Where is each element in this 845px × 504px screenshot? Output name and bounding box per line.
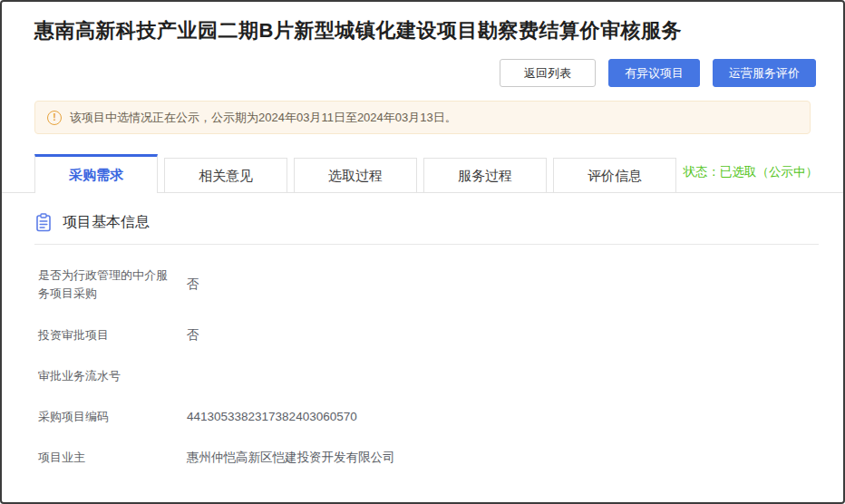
- field-row-procurement-project-code: 采购项目编码 4413053382317382403060570: [38, 408, 811, 426]
- clipboard-icon: [34, 213, 53, 232]
- service-evaluation-button[interactable]: 运营服务评价: [713, 59, 816, 87]
- project-detail-page: 惠南高新科技产业园二期B片新型城镇化建设项目勘察费结算价审核服务 返回列表 有异…: [0, 0, 845, 504]
- section-divider: [34, 244, 819, 245]
- field-value: 4413053382317382403060570: [187, 410, 357, 423]
- back-to-list-button[interactable]: 返回列表: [500, 59, 596, 87]
- field-label: 采购项目编码: [38, 408, 172, 426]
- tab-procurement-demand[interactable]: 采购需求: [34, 154, 158, 193]
- detail-tabs: 采购需求 相关意见 选取过程 服务过程 评价信息 状态：已选取（公示中）: [2, 154, 843, 193]
- project-status-badge: 状态：已选取（公示中）: [684, 164, 819, 192]
- field-row-investment-approval: 投资审批项目 否: [38, 326, 811, 344]
- field-label: 是否为行政管理的中介服务项目采购: [38, 267, 172, 303]
- field-row-approval-serial-number: 审批业务流水号: [38, 367, 811, 385]
- tab-related-opinions[interactable]: 相关意见: [164, 158, 287, 192]
- tab-selection-process[interactable]: 选取过程: [294, 158, 417, 192]
- section-header-basic-info: 项目基本信息: [34, 213, 811, 232]
- tab-evaluation-info[interactable]: 评价信息: [553, 158, 676, 192]
- toolbar: 返回列表 有异议项目 运营服务评价: [34, 59, 816, 87]
- field-label: 投资审批项目: [38, 326, 172, 344]
- basic-info-fields: 是否为行政管理的中介服务项目采购 否 投资审批项目 否 审批业务流水号 采购项目…: [38, 267, 811, 467]
- dispute-project-button[interactable]: 有异议项目: [608, 59, 700, 87]
- publicity-notice-bar: ! 该项目中选情况正在公示，公示期为2024年03月11日至2024年03月13…: [34, 101, 811, 134]
- page-title: 惠南高新科技产业园二期B片新型城镇化建设项目勘察费结算价审核服务: [34, 16, 811, 44]
- field-label: 项目业主: [38, 449, 172, 467]
- field-row-project-owner: 项目业主 惠州仲恺高新区恺建投资开发有限公司: [38, 449, 811, 467]
- field-row-intermediary-service: 是否为行政管理的中介服务项目采购 否: [38, 267, 811, 303]
- exclamation-circle-icon: !: [47, 111, 62, 125]
- field-value: 否: [187, 327, 199, 344]
- section-title: 项目基本信息: [63, 213, 150, 232]
- field-value: 否: [187, 276, 199, 293]
- publicity-notice-text: 该项目中选情况正在公示，公示期为2024年03月11日至2024年03月13日。: [70, 110, 457, 126]
- field-label: 审批业务流水号: [38, 367, 172, 385]
- field-value: 惠州仲恺高新区恺建投资开发有限公司: [187, 450, 395, 466]
- tab-service-process[interactable]: 服务过程: [423, 158, 547, 192]
